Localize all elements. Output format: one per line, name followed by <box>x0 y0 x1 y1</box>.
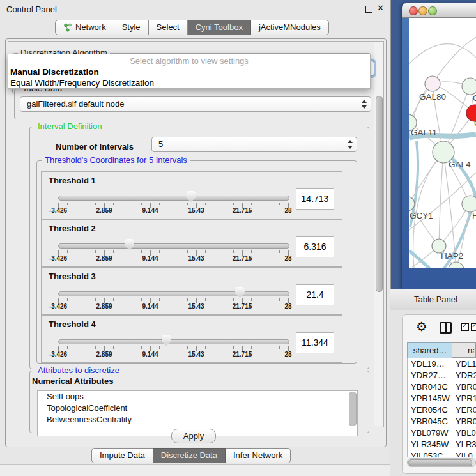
threshold-panel-2: Threshold 2-3.4262.8599.14415.4321.71528… <box>41 219 342 267</box>
float-window-icon[interactable] <box>365 6 372 13</box>
network-node-ga[interactable] <box>462 78 476 95</box>
slider-tick-label: 15.43 <box>176 207 217 214</box>
threshold-value-field[interactable]: 14.713 <box>296 188 334 210</box>
slider-tick-label: -3.426 <box>38 351 79 358</box>
node-label: GAL80 <box>419 92 446 102</box>
dropdown-option[interactable]: Equal Width/Frequency Discretization <box>8 77 370 88</box>
table-row[interactable]: YER054CYER0 <box>408 404 476 416</box>
node-label: HAP2 <box>441 251 463 261</box>
cell-name: YDR2 <box>453 370 476 381</box>
threshold-label: Threshold 3 <box>49 272 96 281</box>
tab-label: Network <box>75 20 106 35</box>
table-hscrollbar-thumb[interactable] <box>408 459 472 466</box>
number-of-intervals-label: Number of Intervals <box>56 142 134 151</box>
table-row[interactable]: YLR345WYLR3 <box>408 439 476 450</box>
slider-track[interactable] <box>58 243 289 249</box>
slider-track[interactable] <box>58 196 289 201</box>
node-label: GA <box>473 93 476 103</box>
group-title: Interval Definition <box>35 121 104 131</box>
table-row[interactable]: YBR045CYBR0 <box>408 416 476 427</box>
slider-track[interactable] <box>58 291 289 296</box>
list-item[interactable]: SelfLoops <box>38 391 357 403</box>
slider-tick-label: 2.859 <box>84 351 125 358</box>
cell-shared-name: YDL19… <box>408 358 453 370</box>
slider-tick-label: -3.426 <box>38 255 79 262</box>
cell-shared-name: YLR345W <box>408 439 453 450</box>
zoom-traffic-light-icon[interactable] <box>428 6 437 15</box>
tab-style[interactable]: Style <box>114 20 149 35</box>
slider-tick-label: 2.859 <box>84 207 125 214</box>
slider-tick-label: 21.715 <box>222 255 263 262</box>
cell-name: YLR3 <box>453 439 476 450</box>
checkbox-icon[interactable]: ✓ <box>471 323 476 331</box>
form-scrollbar-thumb[interactable] <box>376 96 383 292</box>
number-of-intervals-combobox[interactable]: 5 <box>151 137 357 152</box>
close-traffic-light-icon[interactable] <box>409 6 418 15</box>
node-label: GAL4 <box>449 160 471 169</box>
tab-select[interactable]: Select <box>149 20 188 35</box>
combo-stepper-icon[interactable] <box>344 137 357 151</box>
minimize-traffic-light-icon[interactable] <box>418 6 427 15</box>
cell-shared-name: YPR145W <box>408 393 453 404</box>
column-header-name[interactable]: na <box>452 342 476 358</box>
cell-shared-name: YER054C <box>408 404 453 416</box>
slider-tick-label: 21.715 <box>222 303 263 310</box>
group-interval-definition: Interval Definition Number of Intervals … <box>29 127 369 369</box>
network-node-h[interactable] <box>462 196 476 212</box>
tab-discretize-data[interactable]: Discretize Data <box>153 448 226 463</box>
cell-name: YDL1 <box>453 358 476 370</box>
network-icon <box>63 23 72 32</box>
node-attribute-table: shared… na YDL19…YDL1YDR27…YDR2YBR043CYB… <box>407 342 476 457</box>
list-scrollbar[interactable] <box>349 392 357 426</box>
threshold-label: Threshold 2 <box>49 224 96 233</box>
panel-title: Control Panel <box>6 4 57 14</box>
threshold-value-field[interactable]: 11.344 <box>296 332 334 353</box>
cell-name: YBR0 <box>453 416 476 427</box>
checkbox-icon[interactable]: ✓ <box>461 323 469 331</box>
apply-button[interactable]: Apply <box>171 429 216 443</box>
list-item[interactable]: BetweennessCentrality <box>38 414 357 426</box>
table-row[interactable]: YPR145WYPR1 <box>408 393 476 404</box>
tab-infer-network[interactable]: Infer Network <box>226 448 291 463</box>
slider-track[interactable] <box>58 339 289 344</box>
split-columns-icon[interactable] <box>440 322 452 334</box>
slider-tick-label: 2.859 <box>84 255 125 262</box>
table-row[interactable]: YBL079WYBL0 <box>408 427 476 439</box>
table-row[interactable]: YIL053CYIL0 <box>408 450 476 457</box>
table-row[interactable]: YDR27…YDR2 <box>408 370 476 381</box>
control-panel: Control Panel ✕ NetworkStyleSelectCyni T… <box>0 0 391 476</box>
table-row[interactable]: YDL19…YDL1 <box>408 358 476 370</box>
cell-shared-name: YIL053C <box>408 450 453 457</box>
tab-jactivemnodules[interactable]: jActiveMNodules <box>251 20 329 35</box>
column-header-shared-name[interactable]: shared… <box>407 342 453 359</box>
slider-tick-label: 15.43 <box>176 351 217 358</box>
tab-label: Style <box>122 20 141 35</box>
threshold-value-field[interactable]: 6.316 <box>296 236 334 257</box>
slider-tick-label: 9.144 <box>130 303 171 310</box>
tab-cyni-toolbox[interactable]: Cyni Toolbox <box>188 20 251 35</box>
table-data-combobox[interactable]: galFiltered.sif default node <box>20 96 371 112</box>
slider-tick-label: 9.144 <box>130 351 171 358</box>
combo-stepper-icon[interactable] <box>358 97 371 111</box>
status-strip <box>0 465 390 476</box>
cell-shared-name: YBR043C <box>408 381 453 393</box>
tab-impute-data[interactable]: Impute Data <box>91 448 153 463</box>
network-canvas[interactable]: GAL80GACGAL11GAL4GCY1HHAP2 <box>409 18 476 268</box>
slider-tick-label: 2.859 <box>84 303 125 310</box>
slider-tick-label: 21.715 <box>222 351 263 358</box>
tab-network[interactable]: Network <box>55 20 114 35</box>
threshold-value-field[interactable]: 21.4 <box>296 284 334 305</box>
table-rows[interactable]: YDL19…YDL1YDR27…YDR2YBR043CYBR0YPR145WYP… <box>407 358 476 457</box>
threshold-label: Threshold 4 <box>49 319 96 329</box>
close-icon[interactable]: ✕ <box>377 3 384 13</box>
table-row[interactable]: YBR043CYBR0 <box>408 381 476 393</box>
top-tab-bar: NetworkStyleSelectCyni ToolboxjActiveMNo… <box>55 20 329 35</box>
dropdown-option[interactable]: Manual Discretization <box>8 66 370 77</box>
threshold-panel-3: Threshold 3-3.4262.8599.14415.4321.71528… <box>41 267 342 315</box>
gear-icon[interactable]: ⚙ <box>416 319 427 334</box>
group-title: Threshold's Coordinates for 5 Intervals <box>42 155 190 165</box>
slider-tick-label: 15.43 <box>176 255 217 262</box>
list-item[interactable]: TopologicalCoefficient <box>38 403 357 414</box>
form-scrollbar-track[interactable] <box>374 42 383 426</box>
network-node-gal80[interactable] <box>425 76 440 91</box>
